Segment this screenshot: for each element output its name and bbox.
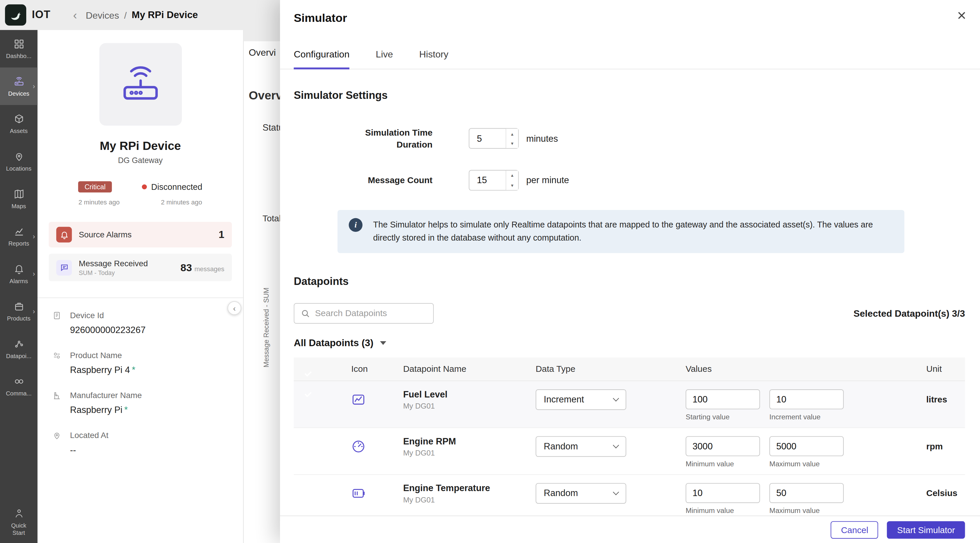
minimum-value-input[interactable]: [686, 436, 760, 456]
sidebar-label: Alarms: [10, 277, 28, 284]
device-detail-panel: My RPi Device DG Gateway Critical Discon…: [38, 30, 244, 543]
bird-logo-icon: [9, 8, 22, 22]
sidebar-item-dashboard[interactable]: Dashbo...: [0, 30, 38, 68]
datapoint-source: My DG01: [403, 495, 536, 504]
datapoint-source: My DG01: [403, 402, 536, 411]
sidebar-label: Quick Start: [6, 522, 31, 537]
sidebar-label: Locations: [6, 165, 32, 172]
data-type-select[interactable]: Random: [536, 436, 626, 457]
thermometer-icon: [351, 486, 403, 500]
maximum-value-input[interactable]: [769, 436, 844, 456]
stepper-down-icon[interactable]: ▼: [506, 180, 518, 190]
breadcrumb-separator: /: [124, 10, 127, 20]
settings-heading: Simulator Settings: [294, 89, 965, 102]
divider: [38, 297, 243, 298]
sidebar-item-assets[interactable]: Assets: [0, 105, 38, 143]
app-logo[interactable]: [5, 5, 26, 25]
cancel-button[interactable]: Cancel: [831, 521, 878, 538]
status-badge-critical: Critical: [78, 181, 112, 192]
maximum-value-input[interactable]: [769, 483, 844, 503]
filter-label: All Datapoints (3): [294, 337, 373, 349]
increment-value-input[interactable]: [769, 389, 844, 410]
chevron-left-icon: ‹: [233, 303, 235, 313]
message-count-unit-label: per minute: [526, 175, 569, 185]
data-type-select[interactable]: Increment: [536, 389, 626, 410]
value-field-label: Maximum value: [769, 507, 844, 514]
assets-icon: [13, 113, 24, 124]
tab-configuration[interactable]: Configuration: [294, 49, 349, 70]
panel-title: Simulator: [280, 0, 980, 25]
simulator-body: Simulator Settings Simulation Time Durat…: [280, 71, 980, 516]
sidebar-item-datapoints[interactable]: Datapoi...: [0, 330, 38, 367]
starting-value-input[interactable]: [686, 389, 760, 410]
breadcrumb-back-icon[interactable]: ‹: [73, 9, 77, 21]
chevron-right-icon: ›: [33, 270, 35, 278]
datapoints-filter-dropdown[interactable]: All Datapoints (3): [294, 337, 965, 349]
device-id-icon: [52, 311, 61, 320]
gauge-icon: [351, 439, 403, 454]
field-manufacturer-name: Manufacturer Name Raspberry Pi*: [52, 391, 228, 415]
breadcrumb-parent[interactable]: Devices: [86, 10, 119, 20]
sidebar-label: Maps: [11, 202, 26, 209]
device-type: DG Gateway: [38, 156, 243, 165]
sidebar-item-locations[interactable]: Locations: [0, 143, 38, 180]
simulator-tabs: Configuration Live History: [280, 49, 980, 70]
tab-history[interactable]: History: [419, 49, 448, 69]
sidebar-label: Devices: [8, 90, 29, 97]
sidebar-label: Assets: [10, 127, 28, 134]
message-received-card[interactable]: Message Received SUM - Today 83messages: [49, 254, 232, 281]
unit-value: Celsius: [926, 488, 965, 498]
data-type-select[interactable]: Random: [536, 483, 626, 503]
stepper-up-icon[interactable]: ▲: [506, 129, 518, 138]
sidebar-label: Comma...: [6, 390, 32, 397]
datapoint-name: Fuel Level: [403, 389, 536, 399]
stepper-up-icon[interactable]: ▲: [506, 171, 518, 180]
total-section-label: Total: [262, 213, 281, 223]
value-field-label: Maximum value: [769, 460, 844, 467]
datapoint-name: Engine Temperature: [403, 483, 536, 493]
chevron-down-icon: [613, 442, 619, 449]
quick-start-icon: [13, 508, 24, 519]
fuel-chart-icon: [351, 392, 403, 407]
datapoints-icon: [13, 338, 24, 349]
message-icon: [56, 260, 72, 275]
datapoint-search[interactable]: [294, 303, 434, 324]
chevron-right-icon: ›: [33, 83, 35, 90]
sidebar-item-products[interactable]: Products ›: [0, 292, 38, 330]
datapoint-source: My DG01: [403, 449, 536, 457]
tab-overview[interactable]: Overvi: [249, 47, 276, 57]
message-received-sub: SUM - Today: [79, 270, 148, 276]
sidebar-item-quick-start[interactable]: Quick Start: [0, 508, 38, 537]
minimum-value-input[interactable]: [686, 483, 760, 503]
message-count-label: Message Count: [368, 174, 433, 186]
sidebar-item-maps[interactable]: Maps: [0, 180, 38, 218]
source-alarms-label: Source Alarms: [79, 230, 132, 240]
devices-icon: [13, 76, 24, 86]
chart-axis-label: Message Received - SUM: [262, 287, 270, 367]
data-type-value: Random: [544, 489, 578, 499]
location-pin-icon: [52, 431, 61, 440]
source-alarms-card[interactable]: Source Alarms 1: [49, 222, 232, 248]
tab-live[interactable]: Live: [375, 49, 393, 69]
info-banner-text: The Simulator helps to simulate only Rea…: [373, 218, 892, 245]
stepper-down-icon[interactable]: ▼: [506, 138, 518, 148]
maps-icon: [13, 188, 24, 199]
mandatory-star: *: [124, 405, 128, 415]
alarms-icon: [13, 264, 24, 274]
close-icon[interactable]: ×: [957, 8, 966, 23]
sidebar-item-reports[interactable]: Reports ›: [0, 218, 38, 255]
start-simulator-button[interactable]: Start Simulator: [887, 521, 965, 538]
field-value: Raspberry Pi*: [70, 405, 228, 415]
search-input[interactable]: [315, 308, 428, 318]
field-label: Located At: [70, 430, 228, 440]
sidebar-item-alarms[interactable]: Alarms ›: [0, 255, 38, 292]
device-image: [99, 43, 182, 126]
sidebar-item-commands[interactable]: Comma...: [0, 367, 38, 405]
simulation-duration-stepper: ▲ ▼: [469, 128, 519, 149]
panel-collapse-button[interactable]: ‹: [228, 301, 241, 315]
breadcrumb-current: My RPi Device: [132, 10, 198, 21]
sidebar-item-devices[interactable]: Devices ›: [0, 67, 38, 105]
message-received-unit: messages: [194, 265, 224, 272]
field-located-at: Located At --: [52, 430, 228, 455]
mandatory-star: *: [132, 365, 135, 375]
